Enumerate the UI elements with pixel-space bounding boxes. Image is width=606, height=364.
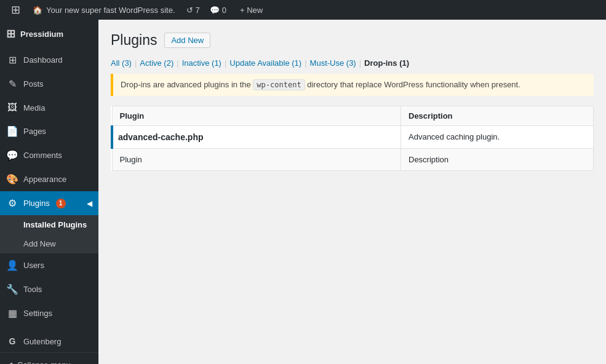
main-content: Plugins Add New All (3) | Active (2) | I… (98, 20, 606, 364)
sidebar-item-label: Comments (23, 151, 62, 160)
sidebar-item-gutenberg[interactable]: G Gutenberg (0, 330, 98, 352)
updates-count: 7 (196, 6, 200, 15)
table-header-row: Plugin Description (112, 106, 594, 125)
add-new-button[interactable]: Add New (164, 33, 210, 48)
dropin-notice: Drop-ins are advanced plugins in the wp-… (111, 74, 594, 96)
comments-icon: 💬 (6, 149, 18, 161)
updates-counter[interactable]: ↺ 7 (181, 0, 205, 20)
updates-icon: ↺ (186, 6, 193, 15)
filter-inactive[interactable]: Inactive (1) (182, 58, 221, 68)
wp-logo-item[interactable]: ⊞ (5, 0, 26, 20)
sidebar-item-dashboard[interactable]: ⊞ Dashboard (0, 48, 98, 72)
filter-links: All (3) | Active (2) | Inactive (1) | Up… (111, 58, 594, 68)
plugins-table: Plugin Description advanced-cache.php Ad… (111, 106, 594, 171)
table-row: advanced-cache.php Advanced caching plug… (112, 125, 594, 148)
col-description-header: Description (401, 106, 594, 125)
brand-label: Pressidium (20, 30, 63, 39)
sidebar-item-posts[interactable]: ✎ Posts (0, 72, 98, 96)
plugins-icon: ⚙ (6, 197, 18, 209)
filter-drop-ins[interactable]: Drop-ins (1) (364, 58, 409, 68)
sidebar-item-label: Posts (23, 79, 44, 89)
sidebar-item-tools[interactable]: 🔧 Tools (0, 277, 98, 301)
gutenberg-icon: G (6, 336, 18, 346)
site-name: Your new super fast WordPress site. (46, 6, 175, 15)
footer-plugin-cell: Plugin (112, 148, 401, 170)
users-icon: 👤 (6, 259, 18, 271)
collapse-label: Collapse menu (17, 360, 71, 364)
sidebar-item-label: Pages (23, 127, 46, 136)
new-content-button[interactable]: + New (234, 0, 269, 20)
admin-bar: ⊞ 🏠 Your new super fast WordPress site. … (0, 0, 606, 20)
sidebar-item-label: Users (23, 261, 44, 270)
collapse-menu-button[interactable]: ◀ Collapse menu (0, 352, 98, 364)
media-icon: 🖼 (6, 102, 18, 113)
settings-icon: ▦ (6, 307, 18, 319)
plugin-description-cell: Advanced caching plugin. (401, 125, 594, 148)
sidebar-item-plugins[interactable]: ⚙ Plugins 1 ◀ (0, 191, 98, 215)
dashboard-icon: ⊞ (6, 54, 18, 66)
new-label: + New (240, 6, 263, 15)
page-header: Plugins Add New (111, 32, 594, 49)
sidebar-item-users[interactable]: 👤 Users (0, 253, 98, 277)
appearance-icon: 🎨 (6, 173, 18, 185)
plugins-submenu: Installed Plugins Add New (0, 215, 98, 253)
plugin-name-cell: advanced-cache.php (112, 125, 401, 148)
tools-icon: 🔧 (6, 283, 18, 295)
comments-count: 0 (222, 6, 226, 15)
sidebar-item-pages[interactable]: 📄 Pages (0, 119, 98, 143)
notice-suffix: directory that replace WordPress functio… (305, 80, 520, 89)
home-icon: 🏠 (33, 6, 42, 15)
filter-update-available[interactable]: Update Available (1) (229, 58, 301, 68)
col-plugin-header: Plugin (112, 106, 401, 125)
pages-icon: 📄 (6, 125, 18, 137)
table-footer-row: Plugin Description (112, 148, 594, 170)
sidebar-item-comments[interactable]: 💬 Comments (0, 143, 98, 167)
site-name-item[interactable]: 🏠 Your new super fast WordPress site. (26, 0, 181, 20)
sidebar-item-label: Appearance (23, 175, 66, 184)
sidebar-item-label: Dashboard (23, 55, 63, 65)
filter-must-use[interactable]: Must-Use (3) (310, 58, 356, 68)
sidebar: ⊞ Pressidium ⊞ Dashboard ✎ Posts 🖼 Media… (0, 20, 98, 364)
plugin-name: advanced-cache.php (118, 132, 204, 142)
posts-icon: ✎ (6, 78, 18, 90)
submenu-add-new[interactable]: Add New (0, 234, 98, 253)
submenu-installed-plugins[interactable]: Installed Plugins (0, 215, 98, 234)
comments-icon: 💬 (210, 6, 220, 15)
plugins-arrow-icon: ◀ (87, 199, 92, 208)
page-title: Plugins (111, 32, 157, 49)
sidebar-item-label: Settings (23, 309, 52, 318)
sidebar-item-settings[interactable]: ▦ Settings (0, 301, 98, 325)
wp-logo-icon: ⊞ (11, 3, 20, 17)
brand-icon: ⊞ (6, 27, 15, 41)
comments-counter[interactable]: 💬 0 (205, 0, 231, 20)
sidebar-item-appearance[interactable]: 🎨 Appearance (0, 167, 98, 191)
sidebar-item-media[interactable]: 🖼 Media (0, 96, 98, 119)
sidebar-item-label: Tools (23, 285, 42, 294)
sidebar-item-label: Gutenberg (23, 337, 61, 346)
plugins-badge: 1 (56, 199, 66, 208)
notice-code: wp-content (253, 79, 305, 90)
filter-all[interactable]: All (3) (111, 58, 132, 68)
collapse-icon: ◀ (6, 360, 12, 364)
notice-text: Drop-ins are advanced plugins in the (121, 80, 253, 89)
filter-active[interactable]: Active (2) (140, 58, 173, 68)
sidebar-item-label: Plugins (23, 199, 50, 208)
sidebar-item-label: Media (23, 103, 45, 113)
sidebar-brand[interactable]: ⊞ Pressidium (0, 20, 98, 48)
footer-description-cell: Description (401, 148, 594, 170)
